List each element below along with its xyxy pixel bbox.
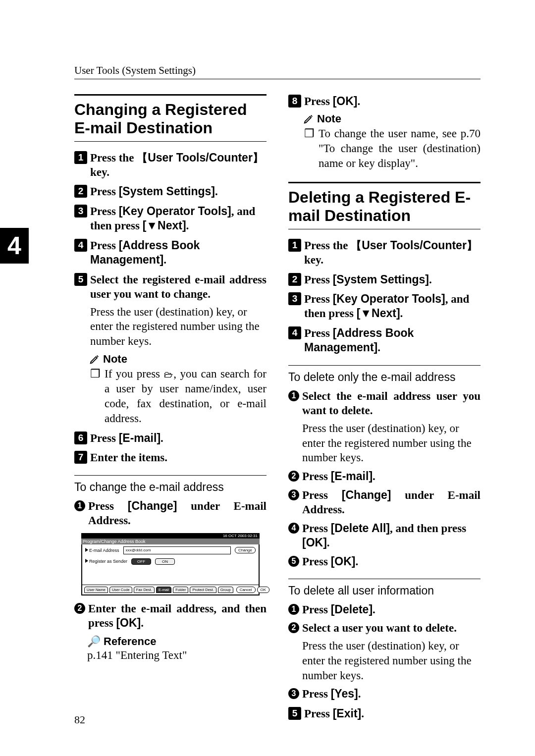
substep-number-icon: 3	[288, 489, 299, 500]
figure-tab[interactable]: Fax Dest.	[134, 587, 155, 593]
t: Press	[304, 293, 333, 305]
t: Press	[90, 239, 119, 252]
t: Press	[88, 500, 128, 512]
note-heading: Note	[303, 112, 481, 125]
step-text: Press [Key Operator Tools], and then pre…	[90, 204, 267, 233]
t: key.	[304, 254, 323, 266]
note-text: If you press 🗁, you can search for a use…	[105, 367, 267, 426]
del-step-2: 2 Press [System Settings].	[288, 272, 481, 287]
t: Press	[302, 470, 331, 483]
figure-row-email: E-mail Address xxx@ddd.com Change	[82, 544, 259, 556]
keycap-open-icon: 【	[137, 152, 148, 164]
del-step-5: 5 Press [Exit].	[288, 706, 481, 721]
step-number-icon: 7	[74, 451, 87, 464]
figure-tab[interactable]: User Code	[109, 587, 132, 593]
t: , and then press	[390, 522, 466, 535]
substep-a5: 5 Press [OK].	[288, 554, 481, 569]
step-1: 1 Press the 【User Tools/Counter】 key.	[74, 151, 267, 180]
t: key.	[90, 166, 109, 178]
figure-tab[interactable]: Folder	[173, 587, 188, 593]
t: .	[141, 617, 144, 629]
figure-titlebar: Program/Change Address Book	[81, 539, 260, 544]
t: .	[186, 219, 189, 232]
substep-b1: 1 Press [Delete].	[288, 602, 481, 617]
step-number-icon: 2	[74, 185, 87, 198]
triangle-icon	[85, 548, 88, 552]
search-key-icon: 🗁	[164, 370, 174, 379]
figure-tab[interactable]: Protect Dest.	[190, 587, 216, 593]
figure-tab[interactable]: Group	[218, 587, 233, 593]
substep-number-icon: 2	[74, 603, 85, 614]
t: [OK]	[302, 536, 327, 549]
t: Press	[304, 327, 333, 339]
t: [E-mail]	[331, 470, 373, 483]
step-text: Press [E-mail].	[90, 431, 163, 445]
t: [OK]	[116, 616, 141, 629]
figure-on-button[interactable]: ON	[155, 558, 175, 565]
step-2: 2 Press [System Settings].	[74, 184, 267, 199]
pencil-icon	[89, 354, 100, 365]
figure-change-button[interactable]: Change	[235, 547, 256, 553]
t: Next]	[372, 307, 400, 320]
t: Press	[90, 185, 119, 198]
figure-cancel-button[interactable]: Cancel	[236, 587, 256, 593]
step-number-icon: 4	[288, 326, 301, 339]
figure-clock: 16 OCT 2003 02:31	[81, 533, 260, 539]
t: Press the	[90, 152, 137, 164]
t: [E-mail]	[119, 432, 160, 444]
del-step-3: 3 Press [Key Operator Tools], and then p…	[288, 292, 481, 321]
step-text: Press [System Settings].	[90, 184, 218, 199]
step-number-icon: 6	[74, 432, 87, 444]
keycap-open-icon: 【	[351, 239, 362, 252]
magnifier-icon: 🔎	[87, 635, 101, 648]
subproc-title-delete-all: To delete all user information	[288, 579, 481, 597]
substep-text: Select a user you want to delete.	[302, 621, 457, 635]
t: E-mail Address	[89, 548, 119, 553]
t: [Delete All]	[331, 522, 390, 535]
substep-a1-continuation: Press the user (destination) key, or ent…	[302, 421, 481, 466]
t: Press	[302, 489, 342, 501]
step-8: 8 Press [OK].	[288, 94, 481, 108]
figure-ok-button[interactable]: OK	[257, 587, 270, 593]
substep-b2-continuation: Press the user (destination) key, or ent…	[302, 639, 481, 683]
t: User Tools/Counter	[148, 151, 253, 164]
substep-text: Press [Yes].	[302, 687, 361, 701]
figure-off-button[interactable]: OFF	[131, 558, 151, 565]
substep-a4: 4 Press [Delete All], and then press [OK…	[288, 521, 481, 550]
t: Press	[302, 555, 331, 568]
triangle-icon	[85, 559, 88, 563]
substep-text: Select the e-mail address user you want …	[302, 389, 481, 418]
substep-text: Press [Delete All], and then press [OK].	[302, 521, 481, 550]
step-number-icon: 1	[74, 151, 87, 164]
section-title-delete: Deleting a Registered E-mail Destination	[288, 182, 481, 229]
substep-number-icon: 1	[288, 604, 299, 615]
step-text: Press [Address Book Management].	[90, 238, 267, 268]
note-bullet-icon: ❒	[90, 367, 101, 426]
substep-a3: 3 Press [Change] under E-mail Address.	[288, 488, 481, 517]
step-number-icon: 1	[288, 239, 301, 252]
step-text: Select the registered e-mail address use…	[90, 272, 267, 302]
step-text: Press [Key Operator Tools], and then pre…	[304, 292, 481, 321]
left-column: Changing a Registered E-mail Destination…	[74, 94, 267, 724]
subproc-title-change-email: To change the e-mail address	[74, 475, 267, 494]
t: Press the	[304, 239, 351, 252]
del-step-1: 1 Press the 【User Tools/Counter】 key.	[288, 238, 481, 268]
t: .	[358, 688, 361, 700]
t: .	[163, 254, 166, 266]
note-list: ❒ If you press 🗁, you can search for a u…	[90, 367, 267, 426]
t: Press	[302, 522, 331, 535]
step-text: Press [Address Book Management].	[304, 326, 481, 355]
step-4: 4 Press [Address Book Management].	[74, 238, 267, 268]
step-text: Press [OK].	[304, 94, 360, 108]
step-text: Enter the items.	[90, 450, 167, 465]
step-number-icon: 3	[288, 292, 301, 305]
t: [Change]	[342, 488, 391, 501]
figure-tab-active[interactable]: E-mail	[156, 587, 171, 593]
figure-tab[interactable]: User Name	[84, 587, 108, 593]
step-5-continuation: Press the user (destination) key, or ent…	[90, 305, 267, 349]
t: Press	[302, 688, 331, 700]
substep-number-icon: 1	[288, 390, 299, 401]
del-step-4: 4 Press [Address Book Management].	[288, 326, 481, 355]
figure-email-input[interactable]: xxx@ddd.com	[123, 546, 231, 554]
reference-text: p.141 "Entering Text"	[87, 649, 267, 662]
